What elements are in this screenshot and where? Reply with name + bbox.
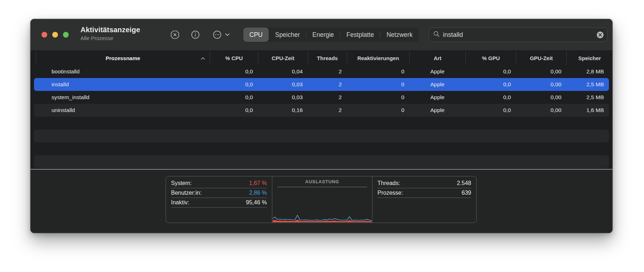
table-header: Prozessname% CPUCPU-ZeitThreadsReaktivie… — [30, 51, 613, 65]
cpu-stat-row: System:1,67 % — [171, 179, 267, 188]
chevron-down-icon — [225, 33, 230, 36]
table-row[interactable]: uninstalld0,00,1620Apple0,00,001,6 MB — [34, 104, 609, 117]
search-field[interactable] — [429, 28, 608, 42]
cell-threads: 2 — [308, 107, 347, 113]
column-header-wakeups[interactable]: Reaktivierungen — [347, 51, 409, 65]
table-row[interactable]: bootinstalld0,00,0420Apple0,00,002,8 MB — [34, 65, 609, 78]
titlebar: Aktivitätsanzeige Alle Prozesse — [30, 19, 613, 51]
count-stat-value: 639 — [462, 190, 471, 196]
cpu-stat-value: 95,46 % — [246, 199, 267, 206]
cell-memory: 2,8 MB — [566, 68, 609, 75]
user-load-line — [273, 215, 372, 221]
cpu-load-panel: System:1,67 %Benutzer:in:2,86 %Inaktiv:9… — [166, 176, 272, 223]
table-empty-row — [34, 130, 609, 142]
cell-cpu: 0,0 — [210, 94, 258, 101]
column-header-memory[interactable]: Speicher — [566, 51, 613, 65]
cell-gpu: 0,0 — [465, 81, 516, 88]
info-circle-icon — [191, 30, 200, 39]
cell-name: system_installd — [36, 94, 210, 101]
table-empty-row — [34, 142, 609, 155]
cell-kind: Apple — [409, 94, 465, 101]
minimize-button[interactable] — [52, 32, 58, 38]
cell-threads: 2 — [308, 68, 347, 75]
more-options-button[interactable] — [213, 30, 230, 39]
count-stat-row: Prozesse:639 — [377, 188, 471, 198]
cell-name: bootinstalld — [36, 68, 210, 75]
cell-gpu: 0,0 — [465, 107, 516, 113]
zoom-button[interactable] — [63, 32, 69, 38]
window-subtitle: Alle Prozesse — [80, 35, 140, 41]
sort-ascending-icon — [201, 55, 205, 61]
column-header-cpu[interactable]: % CPU — [210, 51, 258, 65]
cell-cpu_time: 0,03 — [258, 94, 308, 101]
cell-gpu: 0,0 — [465, 68, 516, 75]
cpu-stat-row: Inaktiv:95,46 % — [171, 198, 267, 208]
cell-cpu_time: 0,16 — [258, 107, 308, 113]
cell-wakeups: 0 — [347, 94, 409, 101]
cell-cpu_time: 0,03 — [258, 81, 308, 88]
column-header-name[interactable]: Prozessname — [36, 51, 210, 65]
cell-memory: 1,6 MB — [566, 107, 609, 113]
search-icon — [433, 31, 440, 39]
cell-kind: Apple — [409, 81, 465, 88]
table-row[interactable]: installd0,00,0320Apple0,00,002,5 MB — [34, 78, 609, 91]
cell-wakeups: 0 — [347, 81, 409, 88]
close-button[interactable] — [42, 32, 47, 38]
cpu-history-chart — [273, 204, 372, 222]
cpu-stat-label: Inaktiv: — [171, 199, 189, 206]
inspect-process-button[interactable] — [191, 30, 200, 39]
stop-process-button[interactable] — [170, 30, 180, 40]
usage-title-rule — [277, 187, 367, 187]
tab-speicher[interactable]: Speicher — [269, 28, 306, 42]
column-header-cpu_time[interactable]: CPU-Zeit — [258, 51, 308, 65]
cell-gpu: 0,0 — [465, 94, 516, 101]
cell-threads: 2 — [308, 94, 347, 101]
window-title: Aktivitätsanzeige — [80, 26, 140, 34]
tab-netzwerk[interactable]: Netzwerk — [380, 28, 419, 42]
cell-cpu_time: 0,04 — [258, 68, 308, 75]
desktop: Aktivitätsanzeige Alle Prozesse — [0, 0, 644, 272]
cell-kind: Apple — [409, 68, 465, 75]
tab-energie[interactable]: Energie — [306, 28, 340, 42]
tab-cpu[interactable]: CPU — [243, 28, 269, 42]
activity-monitor-window: Aktivitätsanzeige Alle Prozesse — [30, 19, 613, 233]
counts-panel: Threads:2.548Prozesse:639 — [372, 176, 476, 223]
cell-gpu_time: 0,00 — [516, 68, 566, 75]
column-header-gpu[interactable]: % GPU — [465, 51, 516, 65]
cell-wakeups: 0 — [347, 68, 409, 75]
table-empty-row — [34, 155, 609, 168]
cell-gpu_time: 0,00 — [516, 81, 566, 88]
cell-name: installd — [36, 81, 210, 88]
count-stat-label: Prozesse: — [377, 190, 403, 196]
column-header-kind[interactable]: Art — [409, 51, 465, 65]
cpu-stat-label: System: — [171, 180, 192, 186]
count-stat-value: 2.548 — [457, 180, 471, 186]
title-block: Aktivitätsanzeige Alle Prozesse — [80, 26, 140, 41]
table-row[interactable]: system_installd0,00,0320Apple0,00,002,5 … — [34, 91, 609, 104]
column-header-threads[interactable]: Threads — [308, 51, 347, 65]
cpu-stat-label: Benutzer:in: — [171, 190, 201, 196]
clear-search-button[interactable] — [597, 31, 604, 38]
cell-name: uninstalld — [36, 107, 210, 113]
cell-cpu: 0,0 — [210, 68, 258, 75]
process-table: bootinstalld0,00,0420Apple0,00,002,8 MBi… — [30, 65, 613, 168]
search-input[interactable] — [443, 31, 597, 39]
cell-cpu: 0,0 — [210, 81, 258, 88]
footer-panel: System:1,67 %Benutzer:in:2,86 %Inaktiv:9… — [30, 170, 613, 233]
count-stat-label: Threads: — [377, 180, 400, 186]
view-tab-bar: CPUSpeicherEnergieFestplatteNetzwerk — [243, 28, 419, 42]
cell-gpu_time: 0,00 — [516, 107, 566, 113]
cpu-stat-value: 2,86 % — [249, 190, 267, 196]
tab-festplatte[interactable]: Festplatte — [340, 28, 380, 42]
cpu-stat-row: Benutzer:in:2,86 % — [171, 188, 267, 198]
cpu-stat-value: 1,67 % — [249, 180, 267, 186]
column-header-gpu_time[interactable]: GPU-Zeit — [516, 51, 566, 65]
cell-gpu_time: 0,00 — [516, 94, 566, 101]
cell-memory: 2,5 MB — [566, 81, 609, 88]
usage-graph-panel: AUSLASTUNG — [272, 176, 372, 223]
cell-wakeups: 0 — [347, 107, 409, 113]
cell-threads: 2 — [308, 81, 347, 88]
cell-cpu: 0,0 — [210, 107, 258, 113]
cell-kind: Apple — [409, 107, 465, 113]
ellipsis-circle-icon — [213, 30, 222, 39]
